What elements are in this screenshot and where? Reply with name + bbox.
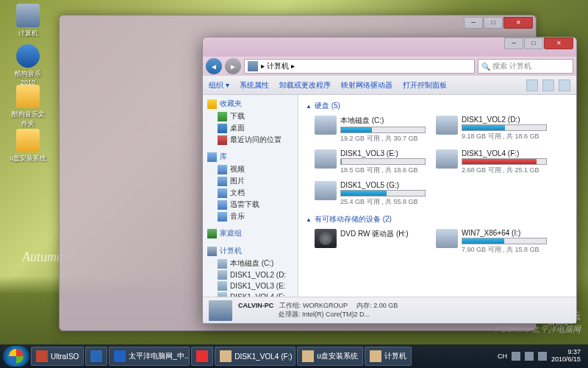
system-tray: CH 9:37 2010/6/15 xyxy=(498,349,585,364)
map-network-button[interactable]: 映射网络驱动器 xyxy=(341,80,392,91)
drive-name: WIN7_X86+64 (I:) xyxy=(462,229,547,237)
drive-item[interactable]: DVD RW 驱动器 (H:) xyxy=(313,227,427,256)
app-icon xyxy=(16,44,40,68)
drive-icon xyxy=(218,259,227,269)
computer-name: CALVIN-PC xyxy=(238,302,273,309)
drive-item[interactable]: DISK1_VOL2 (D:) 9.18 GB 可用 , 共 18.6 GB xyxy=(434,114,548,145)
sidebar-desktop[interactable]: 桌面 xyxy=(207,122,293,134)
control-panel-button[interactable]: 打开控制面板 xyxy=(403,80,447,91)
app-icon xyxy=(302,350,314,362)
documents-icon xyxy=(218,188,227,198)
sidebar-homegroup[interactable]: 家庭组 xyxy=(207,227,293,240)
music-icon xyxy=(218,212,227,222)
preview-icon[interactable] xyxy=(542,79,554,91)
uninstall-button[interactable]: 卸载或更改程序 xyxy=(279,80,331,91)
computer-icon xyxy=(16,4,40,27)
breadcrumb[interactable]: ▸ 计算机 ▸ xyxy=(244,59,475,74)
maximize-button[interactable]: □ xyxy=(524,38,543,49)
sidebar-drive-f[interactable]: DISK1_VOL4 (F: xyxy=(207,291,293,297)
app-icon xyxy=(370,350,381,362)
taskbar-item[interactable] xyxy=(191,347,213,366)
system-properties-button[interactable]: 系统属性 xyxy=(240,80,269,91)
taskbar-item[interactable]: u盘安装系统 xyxy=(297,347,363,366)
drive-icon xyxy=(436,149,458,169)
recent-icon xyxy=(218,135,227,145)
sidebar-drive-d[interactable]: DISK1_VOL2 (D: xyxy=(207,269,293,280)
drive-item[interactable]: DISK1_VOL3 (E:) 18.5 GB 可用 , 共 18.6 GB xyxy=(313,148,427,177)
tray-lang[interactable]: CH xyxy=(498,353,507,360)
taskbar-item[interactable]: 计算机 xyxy=(365,347,412,366)
sidebar-computer[interactable]: 计算机 xyxy=(207,244,293,258)
organize-menu[interactable]: 组织 ▾ xyxy=(209,80,229,91)
homegroup-icon xyxy=(207,229,217,238)
sidebar-downloads[interactable]: 下载 xyxy=(207,110,293,122)
drive-free-text: 7.90 GB 可用 , 共 15.8 GB xyxy=(462,245,547,255)
sidebar-libraries[interactable]: 库 xyxy=(207,150,293,163)
sidebar-favorites[interactable]: 收藏夹 xyxy=(207,97,293,110)
tray-network-icon[interactable] xyxy=(525,352,534,361)
computer-icon xyxy=(209,300,232,321)
taskbar-item[interactable]: UltraISO xyxy=(31,347,84,366)
close-button[interactable]: ✕ xyxy=(544,38,573,49)
drive-name: 本地磁盘 (C:) xyxy=(340,116,426,126)
drive-free-text: 19.2 GB 可用 , 共 30.7 GB xyxy=(340,134,426,144)
sidebar-pictures[interactable]: 图片 xyxy=(207,175,293,187)
sidebar-recent[interactable]: 最近访问的位置 xyxy=(207,134,293,146)
taskbar-item[interactable]: 太平洋电脑网_中... xyxy=(109,347,190,366)
download-icon xyxy=(218,112,227,121)
titlebar[interactable]: ─ □ ✕ xyxy=(203,38,576,57)
app-icon xyxy=(220,350,232,362)
windows-logo-icon xyxy=(9,349,24,364)
search-input[interactable]: 🔍 搜索 计算机 xyxy=(478,59,573,74)
sidebar-drive-e[interactable]: DISK1_VOL3 (E: xyxy=(207,280,293,291)
drive-item[interactable]: WIN7_X86+64 (I:) 7.90 GB 可用 , 共 15.8 GB xyxy=(434,227,548,256)
forward-button[interactable]: ► xyxy=(225,58,241,74)
main-pane[interactable]: ▲硬盘 (5) 本地磁盘 (C:) 19.2 GB 可用 , 共 30.7 GB… xyxy=(298,95,576,297)
tray-volume-icon[interactable] xyxy=(538,352,547,361)
desktop-icon-kugou[interactable]: 酷狗音乐 2010 xyxy=(9,44,47,86)
view-icon[interactable] xyxy=(526,79,538,91)
drive-free-text: 2.68 GB 可用 , 共 25.1 GB xyxy=(462,166,547,175)
folder-icon xyxy=(16,129,40,152)
drive-icon xyxy=(315,149,337,169)
taskbar-item[interactable]: DISK1_VOL4 (F:) xyxy=(215,347,295,366)
folder-icon xyxy=(16,85,40,108)
drive-icon xyxy=(436,229,458,248)
minimize-button[interactable]: ─ xyxy=(504,38,523,49)
drive-item[interactable]: DISK1_VOL5 (G:) 25.4 GB 可用 , 共 55.8 GB xyxy=(313,180,427,208)
desktop-icon xyxy=(218,124,227,133)
sidebar: 收藏夹 下载 桌面 最近访问的位置 库 视频 图片 文档 迅雷下载 音乐 家庭组 xyxy=(203,95,298,297)
bg-close-button[interactable]: ✕ xyxy=(503,17,533,29)
group-hard-disks[interactable]: ▲硬盘 (5) xyxy=(306,101,569,111)
sidebar-music[interactable]: 音乐 xyxy=(207,210,293,222)
wallpaper-text: Autumn xyxy=(22,250,63,265)
computer-icon xyxy=(248,61,258,71)
desktop-icon-usb-install[interactable]: u盘安装系统 xyxy=(9,129,47,163)
taskbar: UltraISO太平洋电脑网_中...DISK1_VOL4 (F:)u盘安装系统… xyxy=(0,344,588,368)
back-button[interactable]: ◄ xyxy=(206,58,222,74)
help-icon[interactable] xyxy=(559,79,570,91)
clock[interactable]: 9:37 2010/6/15 xyxy=(551,349,581,364)
drive-name: DISK1_VOL4 (F:) xyxy=(462,149,547,158)
desktop-icon-computer[interactable]: 计算机 xyxy=(9,4,47,38)
toolbar: 组织 ▾ 系统属性 卸载或更改程序 映射网络驱动器 打开控制面板 xyxy=(203,76,576,95)
drive-item[interactable]: 本地磁盘 (C:) 19.2 GB 可用 , 共 30.7 GB xyxy=(313,114,427,145)
tray-icon[interactable] xyxy=(512,352,520,361)
sidebar-documents[interactable]: 文档 xyxy=(207,187,293,199)
search-icon: 🔍 xyxy=(481,63,490,71)
desktop-icon-kugou-folder[interactable]: 酷狗音乐文 件夹 xyxy=(9,85,47,129)
sidebar-drive-c[interactable]: 本地磁盘 (C:) xyxy=(207,258,293,269)
drive-item[interactable]: DISK1_VOL4 (F:) 2.68 GB 可用 , 共 25.1 GB xyxy=(434,148,548,177)
sidebar-xunlei[interactable]: 迅雷下载 xyxy=(207,199,293,210)
start-button[interactable] xyxy=(3,346,29,367)
taskbar-item[interactable] xyxy=(85,347,107,366)
drive-icon xyxy=(436,116,458,135)
bg-minimize-button[interactable]: ─ xyxy=(464,17,483,29)
computer-icon xyxy=(207,247,217,256)
video-icon xyxy=(218,165,227,174)
group-removable[interactable]: ▲有可移动存储的设备 (2) xyxy=(306,214,569,224)
download-icon xyxy=(218,200,227,210)
sidebar-videos[interactable]: 视频 xyxy=(207,163,293,175)
bg-maximize-button[interactable]: □ xyxy=(484,17,503,29)
collapse-icon: ▲ xyxy=(306,103,312,110)
